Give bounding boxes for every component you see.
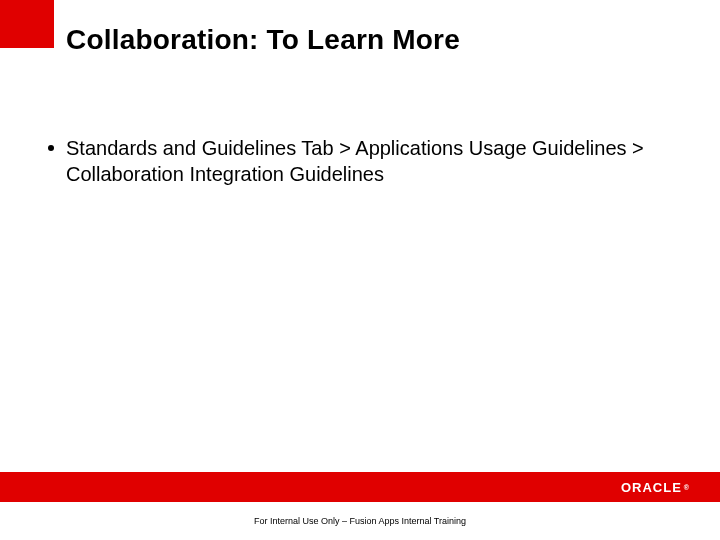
brand-accent-square [0,0,54,48]
oracle-logo: ORACLE ® [621,480,690,495]
oracle-logo-text: ORACLE [621,480,682,495]
slide-title: Collaboration: To Learn More [66,24,460,56]
bullet-item: Standards and Guidelines Tab > Applicati… [48,135,680,187]
bullet-dot-icon [48,145,54,151]
bullet-text: Standards and Guidelines Tab > Applicati… [66,135,680,187]
slide: Collaboration: To Learn More Standards a… [0,0,720,540]
registered-mark-icon: ® [684,484,690,491]
slide-body: Standards and Guidelines Tab > Applicati… [48,135,680,187]
footer-bar: ORACLE ® [0,472,720,502]
footer-note: For Internal Use Only – Fusion Apps Inte… [0,516,720,526]
